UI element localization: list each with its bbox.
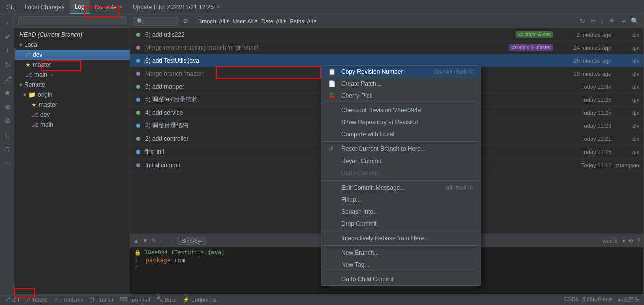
undo-commit-menu-item: Undo Commit...	[321, 167, 481, 179]
master-branch-item[interactable]: ★ master	[15, 60, 130, 70]
branch-icon[interactable]: ⎇	[1, 72, 14, 85]
branch-filter-item[interactable]: Branch: All ▾	[198, 18, 229, 24]
commit-tags: 🏷 origin & dev	[516, 31, 553, 38]
commit-row[interactable]: 6) add utils222 🏷 origin & dev 2 minutes…	[130, 28, 643, 41]
build-status-item[interactable]: 🔨 Build	[156, 296, 177, 303]
star-sidebar-icon[interactable]: ★	[1, 86, 14, 99]
commit-message: Merge remote-tracking branch 'origin/mai…	[145, 44, 506, 51]
settings-icon[interactable]: ⚙	[1, 114, 14, 127]
commit-tags: 🏷 origin & master	[509, 44, 553, 51]
origin-master-item[interactable]: ★ master	[15, 100, 130, 110]
right-btn[interactable]: →	[168, 237, 174, 244]
origin-group-item[interactable]: ▾ 📁 origin	[15, 90, 130, 100]
copy-icon: 📋	[328, 68, 335, 75]
commit-author: zhangsan	[614, 162, 639, 168]
dev-branch-item[interactable]: 🏷 dev	[15, 50, 130, 60]
git-icon: ⎇	[4, 296, 11, 303]
commit-author: qlx	[614, 136, 639, 142]
side-by-side-btn[interactable]: Side-by-	[177, 237, 207, 245]
plugin-icon[interactable]: ▤	[1, 128, 14, 141]
globe-icon[interactable]: ⊕	[1, 100, 14, 113]
user-filter-item[interactable]: User: All ▾	[233, 18, 258, 24]
pin-icon[interactable]: ⇥	[619, 17, 627, 25]
main-branch-item[interactable]: ⎇ main ✓	[15, 70, 130, 80]
new-branch-menu-item[interactable]: New Branch...	[321, 247, 481, 259]
separator-5	[321, 245, 481, 246]
commit-author: qlx	[614, 149, 639, 155]
date-filter-item[interactable]: Date: All ▾	[262, 18, 286, 24]
profiler-status-item[interactable]: ⏱ Profiler	[89, 297, 114, 303]
eye-icon[interactable]: 👁	[607, 17, 617, 25]
drop-commit-menu-item[interactable]: Drop Commit	[321, 218, 481, 230]
new-tag-menu-item[interactable]: New Tag...	[321, 259, 481, 271]
words-label: words	[603, 238, 617, 244]
local-group-item[interactable]: ▾ Local	[15, 40, 130, 50]
commit-author: qlx	[614, 84, 639, 90]
tab-update-info[interactable]: Update Info: 2022/11/21 12:25 ✕	[128, 0, 225, 14]
icon-sidebar: ‹ ✔ ↑ ↻ ⎇ ★ ⊕ ⚙ ▤ ≡ ⋯	[0, 14, 15, 294]
checkout-revision-menu-item[interactable]: Checkout Revision '78ee094e'	[321, 104, 481, 116]
head-branch-item[interactable]: HEAD (Current Branch)	[15, 30, 130, 40]
refresh-icon[interactable]: ↻	[578, 17, 587, 25]
tab-local-changes[interactable]: Local Changes	[20, 0, 70, 14]
left-btn[interactable]: ←	[159, 237, 165, 244]
fetch-icon[interactable]: ↻	[1, 58, 14, 71]
push-icon[interactable]: ↑	[1, 44, 14, 57]
branch-search-container	[15, 14, 130, 28]
star-icon: ★	[25, 61, 31, 68]
remote-group-item[interactable]: ▾ Remote	[15, 80, 130, 90]
squash-menu-item[interactable]: Squash Into...	[321, 206, 481, 218]
commit-time: 2 minutes ago	[556, 32, 611, 38]
commit-row[interactable]: Merge remote-tracking branch 'origin/mai…	[130, 41, 643, 54]
graph-dot-c8	[134, 124, 142, 128]
copy-revision-menu-item[interactable]: 📋 Copy Revision Number Ctrl+Alt+Shift+C	[321, 66, 481, 78]
graph-dot-c6	[134, 98, 142, 102]
graph-dot-c7	[134, 111, 142, 115]
create-patch-menu-item[interactable]: 📄 Create Patch...	[321, 78, 481, 90]
todo-status-item[interactable]: ☑ TODO	[25, 296, 48, 303]
up-arrow-btn[interactable]: ▲	[133, 237, 139, 244]
separator-2	[321, 141, 481, 142]
endpoints-icon: ⚡	[183, 296, 190, 303]
interactive-rebase-menu-item[interactable]: Interactively Rebase from Here...	[321, 232, 481, 244]
left-arrow-icon[interactable]: ⇦	[589, 17, 597, 25]
git-status-item[interactable]: ⎇ Git	[4, 296, 19, 303]
commit-icon[interactable]: ✔	[1, 30, 14, 43]
graph-dot-c11	[134, 163, 142, 167]
tab-log[interactable]: Log	[70, 0, 90, 14]
lines-icon[interactable]: ≡	[1, 142, 14, 156]
commit-tag: 🏷 origin & dev	[516, 31, 553, 38]
revert-commit-menu-item[interactable]: Revert Commit	[321, 155, 481, 167]
paths-filter-item[interactable]: Paths: All ▾	[290, 18, 317, 24]
terminal-status-item[interactable]: ⌨ Terminal	[120, 296, 150, 303]
problems-status-item[interactable]: ⚠ Problems	[54, 296, 83, 303]
close-console-icon[interactable]: ✕	[119, 4, 123, 10]
reset-branch-menu-item[interactable]: ↺ Reset Current Branch to Here...	[321, 143, 481, 155]
origin-dev-item[interactable]: ⎇ dev	[15, 110, 130, 120]
back-icon[interactable]: ‹	[1, 16, 14, 29]
graph-dot-c5	[134, 85, 142, 89]
commit-time: 24 minutes ago	[556, 45, 611, 51]
log-search-input[interactable]	[133, 17, 178, 26]
edit-btn[interactable]: ✎	[151, 237, 156, 244]
branch-search-input[interactable]	[18, 16, 127, 25]
show-repo-menu-item[interactable]: Show Repository at Revision	[321, 116, 481, 128]
cherry-pick-menu-item[interactable]: 🍒 Cherry-Pick	[321, 90, 481, 102]
words-dropdown-icon[interactable]: ▾	[622, 237, 625, 244]
go-to-child-menu-item[interactable]: Go to Child Commit	[321, 273, 481, 285]
edit-commit-msg-menu-item[interactable]: Edit Commit Message... Alt+Shift+R	[321, 182, 481, 194]
close-update-icon[interactable]: ✕	[216, 4, 220, 10]
more-icon[interactable]: ⋯	[1, 157, 14, 170]
commit-author: qlx	[614, 97, 639, 103]
search-icon[interactable]: 🔍	[629, 17, 640, 25]
origin-main-item[interactable]: ⎇ main	[15, 120, 130, 130]
endpoints-status-item[interactable]: ⚡ Endpoints	[183, 296, 216, 303]
tab-console[interactable]: Console ✕	[90, 0, 128, 14]
compare-local-menu-item[interactable]: Compare with Local	[321, 128, 481, 140]
sort-icon[interactable]: ↕	[599, 17, 606, 25]
down-arrow-btn[interactable]: ▼	[142, 237, 148, 244]
diff-help-icon[interactable]: ?	[637, 237, 640, 244]
diff-settings-icon[interactable]: ⚙	[628, 237, 634, 244]
settings-filter-btn[interactable]: ⚙	[181, 17, 190, 25]
fixup-menu-item[interactable]: Fixup...	[321, 194, 481, 206]
